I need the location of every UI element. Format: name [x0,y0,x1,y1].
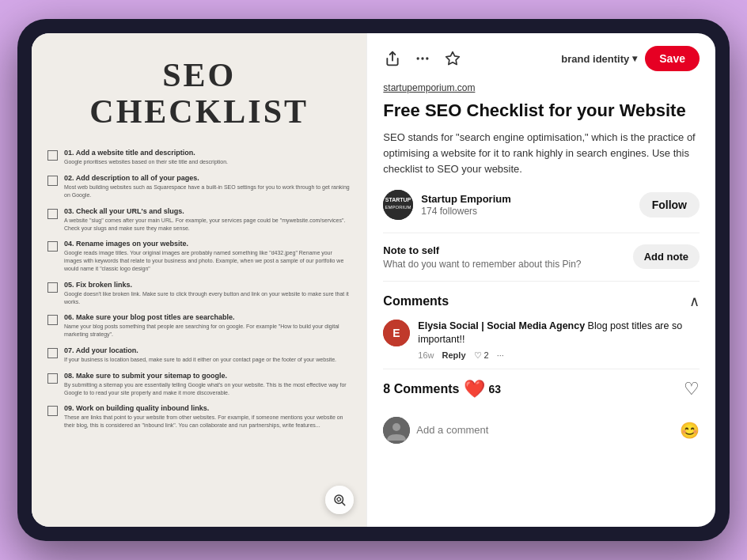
checkbox[interactable] [47,241,58,252]
svg-point-6 [427,57,429,59]
add-note-button[interactable]: Add note [633,244,700,269]
detail-panel: brand identity ▾ Save startupemporium.co… [366,33,715,527]
creator-details: Startup Emporium 174 followers [421,193,510,217]
comment-body: Elysia Social | Social Media Agency Blog… [418,320,700,361]
checklist-item-desc: If your business is location based, make… [64,356,351,364]
source-link[interactable]: startupemporium.com [383,82,700,93]
reactions-icons: ❤️ 63 [464,379,501,399]
checklist-item: 03. Check all your URL's and slugs. A we… [47,207,351,233]
reactions-left: 8 Comments ❤️ 63 [383,379,501,399]
checklist-item-desc: Google reads image titles. Your original… [64,249,351,272]
comment-input[interactable] [416,424,673,436]
comments-count-label: 8 Comments [383,382,459,396]
checkbox[interactable] [47,176,58,186]
checklist-item-desc: Google doesn't like broken link. Make su… [64,290,351,306]
comment-text: Elysia Social | Social Media Agency Blog… [418,320,700,347]
comment-meta: 16w Reply ♡ 2 ··· [418,350,700,361]
checkbox[interactable] [47,209,58,219]
bookmark-button[interactable] [443,49,462,68]
comment-item: E Elysia Social | Social Media Agency Bl… [383,320,700,361]
board-name: brand identity [561,53,629,65]
checklist-item-title: 08. Make sure to submit your sitemap to … [64,372,351,380]
comments-title: Comments [383,294,449,308]
svg-point-14 [392,423,400,431]
checkbox[interactable] [47,373,58,384]
heart-filled-icon: ❤️ [464,379,485,399]
comment-likes: ♡ 2 [474,350,489,361]
svg-text:E: E [393,327,400,339]
comment-author: Elysia Social | Social Media Agency [418,320,585,331]
tablet-screen: SEO Checklist 01. Add a website title an… [32,33,715,527]
svg-point-4 [417,57,419,59]
avatar-inner: E [383,320,410,346]
svg-point-2 [337,498,341,501]
creator-name: Startup Emporium [421,193,510,205]
checklist-item-desc: A website "slug" comes after your main U… [64,217,351,233]
emoji-button[interactable]: 😊 [680,421,700,440]
svg-point-5 [422,57,424,59]
note-subtitle: What do you want to remember about this … [383,259,581,270]
creator-info: STARTUP EMPORIUM Startup Emporium 174 fo… [383,190,510,220]
checklist-item-title: 04. Rename images on your website. [64,240,351,248]
checklist-item-desc: Name your blog posts something that peop… [64,323,351,339]
checklist-item-title: 01. Add a website title and description. [64,149,351,157]
checklist-item-desc: Google prioritises websites based on the… [64,158,351,166]
svg-line-1 [343,502,345,505]
checkbox[interactable] [47,406,58,416]
svg-text:STARTUP: STARTUP [385,197,411,202]
creator-row: STARTUP EMPORIUM Startup Emporium 174 fo… [383,190,700,220]
heart-icon: ♡ [474,350,482,361]
reaction-count: 63 [488,383,501,395]
comment-avatar: E [383,320,410,346]
checklist-item: 05. Fix broken links. Google doesn't lik… [47,281,351,306]
checklist-items: 01. Add a website title and description.… [47,149,351,429]
pin-image-panel: SEO Checklist 01. Add a website title an… [32,33,366,527]
likes-count: 2 [484,350,489,360]
board-selector[interactable]: brand identity ▾ [561,53,637,65]
checklist-item: 01. Add a website title and description.… [47,149,351,166]
chevron-up-icon: ∧ [689,293,700,309]
reply-button[interactable]: Reply [442,350,466,360]
checkbox[interactable] [47,150,58,161]
save-button[interactable]: Save [645,46,700,71]
creator-avatar: STARTUP EMPORIUM [383,190,413,220]
comment-time: 16w [418,350,434,360]
seo-checklist-title: SEO Checklist [89,57,309,130]
creator-followers: 174 followers [421,206,510,217]
checkbox[interactable] [47,282,58,293]
checklist-item: 04. Rename images on your website. Googl… [47,240,351,272]
tablet-frame: SEO Checklist 01. Add a website title an… [17,19,730,541]
pin-title: Free SEO Checklist for your Website [383,100,700,122]
note-title: Note to self [383,244,581,256]
checklist-item-title: 06. Make sure your blog post titles are … [64,313,351,321]
lens-button[interactable] [325,486,354,514]
checklist-item-title: 05. Fix broken links. [64,281,351,289]
comment-more-button[interactable]: ··· [497,350,504,360]
add-comment-row: 😊 [383,417,700,444]
user-avatar [383,417,410,444]
comments-toggle-button[interactable]: ∧ [689,293,700,310]
reactions-bar: 8 Comments ❤️ 63 ♡ [383,369,700,409]
share-button[interactable] [383,49,402,68]
toolbar-left [383,49,462,68]
toolbar-right: brand identity ▾ Save [561,46,700,71]
pin-description: SEO stands for "search engine optimisati… [383,130,700,177]
checkbox[interactable] [47,348,58,358]
checklist-item-desc: Most web building websites such as Squar… [64,184,351,199]
checklist-item-title: 07. Add your location. [64,346,351,354]
note-text: Note to self What do you want to remembe… [383,244,581,270]
more-options-button[interactable] [413,49,432,68]
checklist-item: 09. Work on building quality inbound lin… [47,404,351,429]
checklist-item-desc: By submitting a sitemap you are essentia… [64,381,351,397]
checklist-item: 02. Add description to all of your pages… [47,174,351,199]
comments-header: Comments ∧ [383,293,700,310]
checklist-item-title: 09. Work on building quality inbound lin… [64,404,351,412]
svg-text:EMPORIUM: EMPORIUM [385,205,411,210]
checklist-item-title: 03. Check all your URL's and slugs. [64,207,351,215]
checkbox[interactable] [47,315,58,325]
checklist-item: 06. Make sure your blog post titles are … [47,313,351,339]
heart-outline-icon[interactable]: ♡ [684,379,700,399]
checklist-item-title: 02. Add description to all of your pages… [64,174,351,182]
follow-button[interactable]: Follow [639,192,700,218]
checklist-item-desc: These are links that point to your websi… [64,414,351,429]
